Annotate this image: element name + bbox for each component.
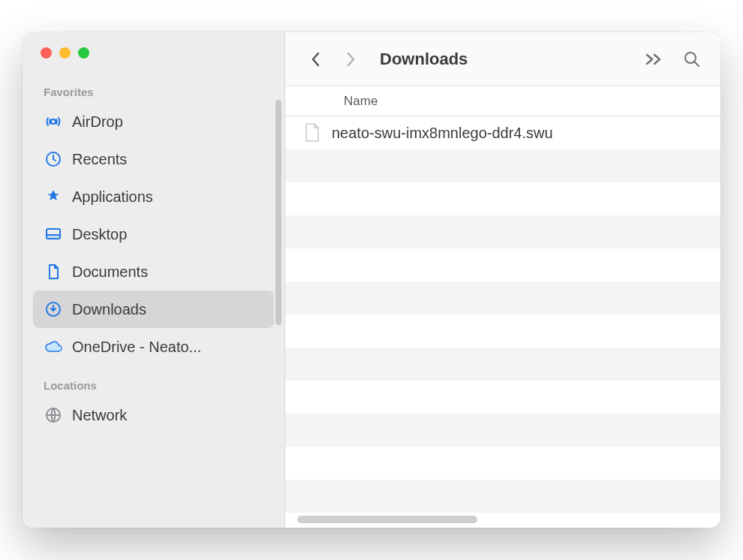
- overflow-button[interactable]: [644, 49, 665, 70]
- toolbar: Downloads: [285, 32, 720, 86]
- file-row-empty: .: [285, 149, 720, 182]
- network-icon: [44, 405, 63, 425]
- sidebar-item-label: Desktop: [72, 226, 127, 243]
- file-row-empty: .: [285, 348, 720, 381]
- sidebar-item-recents[interactable]: Recents: [33, 140, 274, 178]
- sidebar-item-airdrop[interactable]: AirDrop: [33, 103, 274, 140]
- back-button[interactable]: [303, 47, 329, 72]
- clock-icon: [44, 149, 63, 169]
- file-row-empty: .: [285, 315, 720, 348]
- column-name-header[interactable]: Name: [344, 94, 378, 109]
- zoom-window-button[interactable]: [78, 47, 89, 59]
- minimize-window-button[interactable]: [59, 47, 71, 59]
- sidebar-item-label: Network: [72, 407, 127, 424]
- file-row-empty: .: [285, 381, 720, 414]
- cloud-icon: [44, 337, 63, 357]
- sidebar-item-applications[interactable]: Applications: [33, 178, 274, 215]
- forward-button[interactable]: [338, 47, 363, 72]
- sidebar-item-label: AirDrop: [72, 113, 123, 131]
- finder-window: Favorites AirDrop Recents Applications: [23, 32, 720, 528]
- page-title: Downloads: [380, 50, 635, 69]
- file-icon: [303, 122, 321, 143]
- file-name: neato-swu-imx8mnlego-ddr4.swu: [332, 125, 553, 142]
- applications-icon: [44, 187, 63, 206]
- sidebar-scrollbar[interactable]: [275, 100, 281, 325]
- svg-point-0: [51, 119, 56, 124]
- sidebar: Favorites AirDrop Recents Applications: [23, 32, 285, 528]
- desktop-icon: [44, 224, 63, 244]
- horizontal-scrollbar[interactable]: [297, 516, 477, 523]
- file-row-empty: .: [285, 414, 720, 447]
- file-row-empty: .: [285, 282, 720, 315]
- sidebar-item-onedrive[interactable]: OneDrive - Neato...: [33, 328, 274, 366]
- file-row-empty: .: [285, 480, 720, 513]
- file-row-empty: .: [285, 248, 720, 282]
- columns-header[interactable]: Name: [285, 86, 720, 116]
- sidebar-item-label: Applications: [72, 188, 153, 206]
- sidebar-section-locations-label: Locations: [23, 366, 284, 396]
- sidebar-item-desktop[interactable]: Desktop: [33, 215, 274, 253]
- file-row-empty: .: [285, 447, 720, 480]
- search-button[interactable]: [681, 49, 702, 70]
- downloads-icon: [44, 300, 63, 319]
- sidebar-item-label: Documents: [72, 263, 148, 281]
- main-pane: Downloads Name neato-swu-imx8mnlego-ddr4…: [285, 32, 720, 528]
- sidebar-item-downloads[interactable]: Downloads: [33, 291, 274, 328]
- svg-line-8: [694, 62, 699, 66]
- traffic-lights: [23, 47, 284, 72]
- sidebar-locations-list: Network: [23, 396, 284, 434]
- file-row[interactable]: neato-swu-imx8mnlego-ddr4.swu: [285, 116, 720, 149]
- sidebar-item-label: Downloads: [72, 301, 146, 318]
- file-row-empty: .: [285, 215, 720, 248]
- airdrop-icon: [44, 112, 63, 131]
- sidebar-item-label: Recents: [72, 151, 127, 168]
- sidebar-section-favorites-label: Favorites: [23, 72, 284, 103]
- sidebar-item-network[interactable]: Network: [33, 396, 274, 434]
- toolbar-right: [644, 49, 702, 70]
- sidebar-favorites-list: AirDrop Recents Applications Desktop: [23, 103, 284, 366]
- sidebar-item-documents[interactable]: Documents: [33, 253, 274, 291]
- document-icon: [44, 262, 63, 282]
- file-list: neato-swu-imx8mnlego-ddr4.swu . . . . . …: [285, 116, 720, 528]
- close-window-button[interactable]: [41, 47, 52, 59]
- file-row-empty: .: [285, 182, 720, 215]
- sidebar-item-label: OneDrive - Neato...: [72, 339, 201, 356]
